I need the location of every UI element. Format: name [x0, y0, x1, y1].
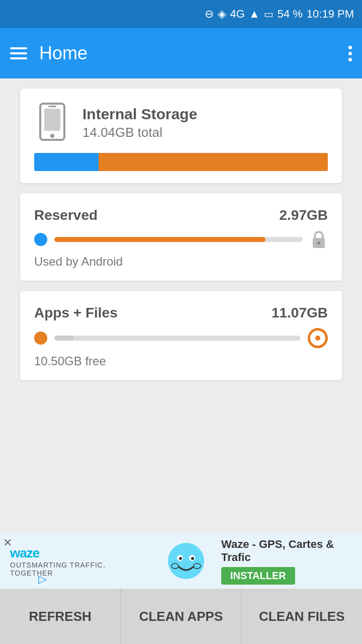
circle-inner [315, 336, 320, 341]
apps-files-bar-track [54, 336, 301, 341]
apps-files-title: Apps + Files [34, 305, 118, 321]
storage-title: Internal Storage [82, 106, 197, 123]
more-button[interactable] [348, 46, 352, 61]
reserved-card: Reserved 2.97GB Used by Android [20, 193, 342, 281]
lock-icon [310, 230, 328, 249]
storage-bar-orange [99, 153, 328, 171]
installer-button[interactable]: INSTALLER [221, 567, 295, 585]
svg-rect-3 [48, 106, 56, 107]
phone-icon [34, 103, 70, 143]
app-bar: Home [0, 28, 362, 78]
battery-icon: ▭ [264, 8, 274, 20]
battery-label: 54 % [278, 8, 303, 21]
network-label: 4G [230, 8, 245, 21]
clean-apps-button[interactable]: CLEAN APPS [121, 589, 241, 644]
storage-total: 14.04GB total [82, 125, 197, 140]
reserved-title: Reserved [34, 207, 98, 223]
reserved-bar-track [54, 237, 303, 242]
status-bar: ⊖ ◈ 4G ▲ ▭ 54 % 10:19 PM [0, 0, 362, 28]
ad-play-icon[interactable]: ▷ [38, 573, 47, 586]
ad-right: Waze - GPS, Cartes &Trafic INSTALLER [216, 538, 362, 585]
ad-waze-logo: waze OUTSMARTING TRAFFIC, TOGETHER [10, 545, 146, 577]
ad-center [156, 541, 216, 581]
clean-files-button[interactable]: CLEAN FILES [242, 589, 362, 644]
main-content: Internal Storage 14.04GB total Reserved … [0, 78, 362, 390]
svg-point-10 [191, 557, 194, 560]
svg-rect-1 [44, 109, 60, 131]
apps-files-size: 11.07GB [272, 305, 328, 321]
apps-files-dot [34, 332, 47, 345]
apps-files-card: Apps + Files 11.07GB 10.50GB free [20, 291, 342, 380]
reserved-sub: Used by Android [34, 255, 328, 269]
dnd-icon: ⊖ [205, 8, 214, 21]
ad-waze-text: waze [10, 545, 39, 561]
signal-icon: ▲ [249, 8, 260, 21]
svg-point-2 [50, 134, 54, 138]
svg-point-6 [168, 543, 204, 579]
bottom-action-bar: REFRESH CLEAN APPS CLEAN FILES [0, 589, 362, 644]
time-label: 10:19 PM [307, 8, 354, 21]
storage-bar-blue [34, 153, 99, 171]
svg-point-9 [179, 557, 182, 560]
svg-point-5 [317, 242, 320, 245]
waze-smiley-icon [166, 541, 206, 581]
svg-point-12 [194, 564, 201, 569]
storage-bar [34, 153, 328, 171]
refresh-button[interactable]: REFRESH [0, 589, 121, 644]
apps-files-bar-fill [54, 336, 74, 341]
hamburger-button[interactable] [10, 47, 27, 59]
reserved-dot [34, 233, 47, 246]
ad-left: waze OUTSMARTING TRAFFIC, TOGETHER [0, 545, 156, 577]
reserved-size: 2.97GB [280, 207, 328, 223]
storage-info: Internal Storage 14.04GB total [82, 106, 197, 140]
svg-point-11 [171, 564, 178, 569]
ad-app-name: Waze - GPS, Cartes &Trafic [221, 538, 334, 564]
circle-icon [308, 328, 328, 348]
ad-close-icon[interactable]: ✕ [3, 536, 12, 549]
ad-waze-sub: OUTSMARTING TRAFFIC, TOGETHER [10, 561, 146, 577]
wifi-icon: ◈ [218, 8, 226, 21]
app-title: Home [39, 43, 348, 64]
reserved-bar-fill [54, 237, 265, 242]
apps-files-sub: 10.50GB free [34, 354, 328, 368]
ad-banner[interactable]: ✕ waze OUTSMARTING TRAFFIC, TOGETHER Waz… [0, 533, 362, 589]
internal-storage-card: Internal Storage 14.04GB total [20, 89, 342, 183]
